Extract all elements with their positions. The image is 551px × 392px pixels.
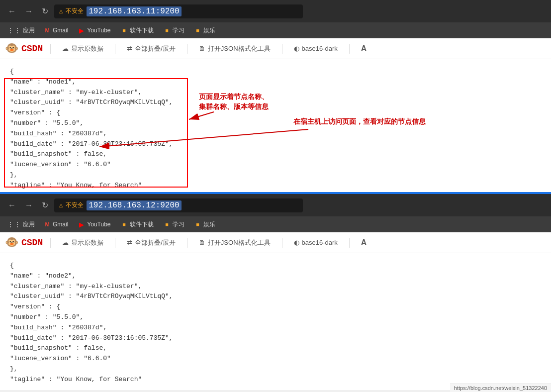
back-button-1[interactable]: ← [5, 5, 19, 18]
json-line-1-2: "name" : "node1", [10, 77, 541, 88]
study-label-2: 学习 [173, 220, 184, 229]
csdn-btn-raw-label-1: 显示原数据 [71, 44, 103, 53]
status-bar-url: https://blog.csdn.net/weixin_51322240 [454, 385, 547, 391]
csdn-btn-fold-2[interactable]: ⇄ 全部折叠/展开 [123, 236, 180, 249]
refresh-button-2[interactable]: ↻ [39, 198, 51, 212]
folder-icon-software-1: ■ [121, 27, 128, 34]
bookmark-youtube-2[interactable]: ▶ YouTube [74, 219, 114, 229]
bookmarks-bar-1: ⋮⋮ 应用 M Gmail ▶ YouTube ■ 软件下载 ■ 学习 ■ 娱乐 [0, 22, 551, 38]
json-line-2-1: { [10, 261, 541, 271]
cloud-icon-1: ☁ [62, 45, 69, 52]
bookmark-apps-1[interactable]: ⋮⋮ 应用 [4, 25, 38, 36]
csdn-logo-text-1: CSDN [21, 44, 43, 54]
gmail-icon-1: M [44, 27, 51, 34]
json-content-1: { "name" : "node1", "cluster_name" : "my… [0, 59, 551, 194]
software-label-2: 软件下载 [130, 220, 154, 229]
divider-1a [50, 44, 51, 54]
json-content-2: { "name" : "node2", "cluster_name" : "my… [0, 253, 551, 390]
csdn-btn-raw-1[interactable]: ☁ 显示原数据 [58, 42, 107, 55]
cloud-icon-2: ☁ [62, 239, 69, 246]
youtube-icon-1: ▶ [78, 27, 85, 34]
csdn-btn-format-1[interactable]: 🗎 打开JSON格式化工具 [195, 42, 275, 55]
lock-icon-1: △ [59, 7, 63, 15]
study-label-1: 学习 [173, 26, 184, 35]
apps-grid-icon-2: ⋮⋮ [7, 220, 21, 228]
youtube-label-2: YouTube [87, 221, 110, 228]
folder-icon-entertainment-2: ■ [194, 221, 201, 228]
json-line-2-10: "lucene_version" : "6.6.0" [10, 354, 541, 364]
top-browser-window: ← → ↻ △ 不安全 192.168.163.11:9200 ⋮⋮ 应用 M … [0, 0, 551, 194]
bookmark-apps-2[interactable]: ⋮⋮ 应用 [4, 219, 38, 230]
address-text-2[interactable]: 192.168.163.12:9200 [87, 200, 181, 210]
divider-2b [115, 238, 115, 248]
json-line-1-1: { [10, 67, 541, 77]
folder-icon-study-1: ■ [164, 27, 171, 34]
divider-1c [187, 44, 187, 54]
csdn-btn-raw-2[interactable]: ☁ 显示原数据 [58, 236, 107, 249]
bookmark-entertainment-2[interactable]: ■ 娱乐 [190, 219, 219, 230]
bookmark-gmail-2[interactable]: M Gmail [40, 219, 72, 229]
csdn-toolbar-1: 🐵 CSDN ☁ 显示原数据 ⇄ 全部折叠/展开 🗎 打开JSON格式化工具 ◐… [0, 38, 551, 59]
divider-2d [282, 238, 282, 248]
csdn-btn-theme-label-1: base16-dark [302, 45, 338, 52]
divider-2e [349, 238, 350, 248]
youtube-label-1: YouTube [87, 27, 110, 34]
gmail-label-1: Gmail [53, 27, 68, 34]
json-line-2-7: "build_hash" : "260387d", [10, 323, 541, 333]
security-label-2: 不安全 [66, 201, 84, 209]
divider-1e [349, 44, 350, 54]
bookmark-study-2[interactable]: ■ 学习 [160, 219, 188, 230]
bookmark-software-1[interactable]: ■ 软件下载 [117, 25, 158, 36]
apps-label: 应用 [23, 26, 35, 35]
csdn-btn-format-2[interactable]: 🗎 打开JSON格式化工具 [195, 236, 275, 249]
address-bar-1[interactable]: △ 不安全 192.168.163.11:9200 [54, 4, 303, 18]
csdn-btn-raw-label-2: 显示原数据 [71, 238, 103, 247]
folder-icon-entertainment-1: ■ [194, 27, 201, 34]
security-label-1: 不安全 [66, 7, 84, 15]
csdn-btn-theme-label-2: base16-dark [302, 239, 338, 246]
csdn-logo-1: 🐵 CSDN [5, 42, 43, 55]
apps-label-2: 应用 [23, 220, 35, 229]
csdn-toolbar-2: 🐵 CSDN ☁ 显示原数据 ⇄ 全部折叠/展开 🗎 打开JSON格式化工具 ◐… [0, 232, 551, 253]
address-bar-2[interactable]: △ 不安全 192.168.163.12:9200 [54, 198, 303, 212]
json-line-2-2: "name" : "node2", [10, 271, 541, 282]
csdn-btn-theme-2[interactable]: ◐ base16-dark [290, 237, 342, 248]
csdn-btn-theme-1[interactable]: ◐ base16-dark [290, 43, 342, 54]
csdn-btn-font-label-1: A [361, 44, 367, 53]
json-line-1-12: "tagline" : "You Know, for Search" [10, 181, 541, 191]
json-line-2-6: "number" : "5.5.0", [10, 312, 541, 323]
csdn-btn-fold-1[interactable]: ⇄ 全部折叠/展开 [123, 42, 180, 55]
fold-icon-2: ⇄ [127, 239, 132, 246]
bookmark-study-1[interactable]: ■ 学习 [160, 25, 188, 36]
forward-button-2[interactable]: → [22, 199, 36, 212]
csdn-btn-font-2[interactable]: A [357, 236, 371, 249]
address-value-1: 192.168.163.11:9200 [89, 7, 179, 16]
csdn-btn-fold-label-2: 全部折叠/展开 [135, 238, 176, 247]
gmail-label-2: Gmail [53, 221, 68, 228]
bookmark-software-2[interactable]: ■ 软件下载 [117, 219, 158, 230]
csdn-monkey-icon-2: 🐵 [5, 236, 18, 249]
forward-button-1[interactable]: → [22, 5, 36, 18]
json-line-1-8: "build_date" : "2017-06-30T23:16:05.735Z… [10, 139, 541, 150]
software-label-1: 软件下载 [130, 26, 154, 35]
bookmark-gmail-1[interactable]: M Gmail [40, 25, 72, 35]
csdn-btn-font-1[interactable]: A [357, 42, 371, 55]
bookmark-youtube-1[interactable]: ▶ YouTube [74, 25, 114, 35]
browser-chrome-1: ← → ↻ △ 不安全 192.168.163.11:9200 [0, 0, 551, 22]
refresh-button-1[interactable]: ↻ [39, 4, 51, 18]
gmail-icon-2: M [44, 221, 51, 228]
main-container: ← → ↻ △ 不安全 192.168.163.11:9200 ⋮⋮ 应用 M … [0, 0, 551, 392]
csdn-btn-font-label-2: A [361, 238, 367, 247]
format-icon-1: 🗎 [199, 45, 205, 52]
address-text-1[interactable]: 192.168.163.11:9200 [87, 6, 181, 16]
csdn-logo-2: 🐵 CSDN [5, 236, 43, 249]
back-button-2[interactable]: ← [5, 199, 19, 212]
json-line-2-11: }, [10, 364, 541, 375]
json-line-2-8: "build_date" : "2017-06-30T23:16:05.735Z… [10, 333, 541, 344]
bookmark-entertainment-1[interactable]: ■ 娱乐 [190, 25, 219, 36]
divider-1b [115, 44, 115, 54]
json-line-1-11: }, [10, 170, 541, 181]
apps-grid-icon: ⋮⋮ [7, 26, 21, 34]
json-line-1-5: "version" : { [10, 108, 541, 118]
browser-chrome-2: ← → ↻ △ 不安全 192.168.163.12:9200 [0, 194, 551, 216]
